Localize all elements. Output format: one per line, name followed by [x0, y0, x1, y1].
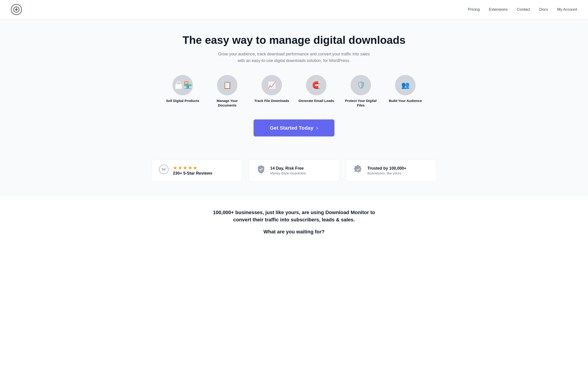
cta-arrow-icon: ›: [316, 124, 318, 131]
trusted-subtitle: Businesses, like yours: [367, 171, 406, 175]
features-row: 🏪 Sell Digital Products 📋 Manage Your Do…: [11, 75, 577, 108]
guarantee-text: 14 Day, Risk Free Money Back Guarantee: [270, 166, 306, 175]
guarantee-subtitle: Money Back Guarantee: [270, 171, 306, 175]
nav-docs[interactable]: Docs: [539, 7, 548, 12]
hero-subtext: Grow your audience, track download perfo…: [215, 51, 373, 64]
badge-trusted-icon: [353, 164, 363, 177]
feature-build-audience: 👥 Build Your Audience: [387, 75, 424, 108]
feature-generate-leads: 🧲 Generate Email Leads: [298, 75, 335, 108]
protect-files-icon: 🛡️: [351, 75, 371, 95]
main-nav: Pricing Extensions Contact Docs My Accou…: [468, 7, 577, 12]
nav-extensions[interactable]: Extensions: [489, 7, 508, 12]
reviews-title: 230+ 5-Star Reviews: [173, 171, 213, 176]
wordpress-icon: W: [159, 164, 169, 177]
trust-section: W ★★★★★ 230+ 5-Star Reviews 14 Day, Risk…: [0, 159, 588, 196]
feature-manage-documents: 📋 Manage Your Documents: [209, 75, 245, 108]
feature-audience-label: Build Your Audience: [389, 98, 422, 103]
trust-card-guarantee: 14 Day, Risk Free Money Back Guarantee: [248, 159, 340, 182]
nav-contact[interactable]: Contact: [517, 7, 530, 12]
hero-heading: The easy way to manage digital downloads: [11, 34, 577, 46]
hero-section: The easy way to manage digital downloads…: [0, 19, 588, 159]
nav-pricing[interactable]: Pricing: [468, 7, 480, 12]
reviews-text: ★★★★★ 230+ 5-Star Reviews: [173, 165, 213, 176]
bottom-section: 100,000+ businesses, just like yours, ar…: [0, 196, 588, 244]
bottom-main-text: 100,000+ businesses, just like yours, ar…: [212, 209, 376, 223]
shield-guarantee-icon: [256, 164, 266, 177]
feature-sell-digital-products: 🏪 Sell Digital Products: [164, 75, 201, 108]
feature-protect-files: 🛡️ Protect Your Digital Files: [343, 75, 379, 108]
svg-text:W: W: [161, 166, 166, 172]
trust-card-trusted: Trusted by 100,000+ Businesses, like you…: [346, 159, 437, 182]
header: Pricing Extensions Contact Docs My Accou…: [0, 0, 588, 19]
feature-leads-label: Generate Email Leads: [299, 98, 334, 103]
feature-track-downloads: 📈 Track File Downloads: [253, 75, 290, 108]
build-audience-icon: 👥: [395, 75, 416, 95]
feature-manage-label: Manage Your Documents: [209, 98, 245, 108]
track-downloads-icon: 📈: [261, 75, 282, 95]
trusted-text: Trusted by 100,000+ Businesses, like you…: [367, 166, 406, 175]
cta-label: Get Started Today: [270, 125, 314, 131]
logo[interactable]: [11, 4, 22, 15]
trusted-title: Trusted by 100,000+: [367, 166, 406, 171]
cta-section: Get Started Today ›: [11, 119, 577, 136]
generate-leads-icon: 🧲: [306, 75, 327, 95]
bottom-sub-text: What are you waiting for?: [11, 229, 577, 235]
logo-icon: [11, 4, 22, 15]
feature-track-label: Track File Downloads: [254, 98, 289, 103]
sell-digital-products-icon: 🏪: [172, 75, 193, 95]
nav-my-account[interactable]: My Account: [557, 7, 577, 12]
get-started-button[interactable]: Get Started Today ›: [253, 119, 335, 136]
trust-card-reviews: W ★★★★★ 230+ 5-Star Reviews: [151, 159, 242, 182]
star-rating: ★★★★★: [173, 165, 198, 171]
manage-documents-icon: 📋: [217, 75, 237, 95]
guarantee-title: 14 Day, Risk Free: [270, 166, 306, 171]
feature-protect-label: Protect Your Digital Files: [343, 98, 379, 108]
feature-sell-label: Sell Digital Products: [166, 98, 199, 103]
